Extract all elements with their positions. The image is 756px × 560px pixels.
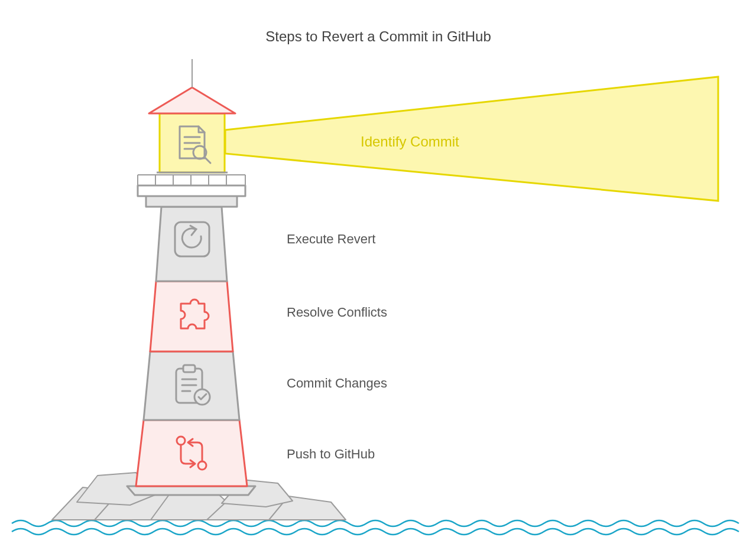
svg-rect-9	[138, 185, 245, 196]
water-wave-1	[12, 520, 739, 526]
step-label-0: Identify Commit	[361, 134, 459, 149]
tower-seg-2	[156, 207, 227, 281]
lighthouse	[127, 59, 255, 495]
step-label-2: Resolve Conflicts	[287, 305, 387, 320]
light-beam	[225, 77, 718, 201]
svg-rect-26	[183, 365, 195, 372]
lighthouse-roof	[149, 87, 235, 113]
svg-marker-7	[127, 486, 255, 495]
step-label-1: Execute Revert	[287, 232, 375, 246]
diagram-canvas: Steps to Revert a Commit in GitHub Ident…	[0, 0, 756, 560]
water-wave-2	[12, 529, 739, 535]
tower-seg-3	[150, 281, 233, 351]
tower-seg-5	[136, 420, 247, 486]
step-label-4: Push to GitHub	[287, 447, 375, 461]
diagram-title: Steps to Revert a Commit in GitHub	[265, 28, 491, 44]
step-label-3: Commit Changes	[287, 376, 387, 390]
